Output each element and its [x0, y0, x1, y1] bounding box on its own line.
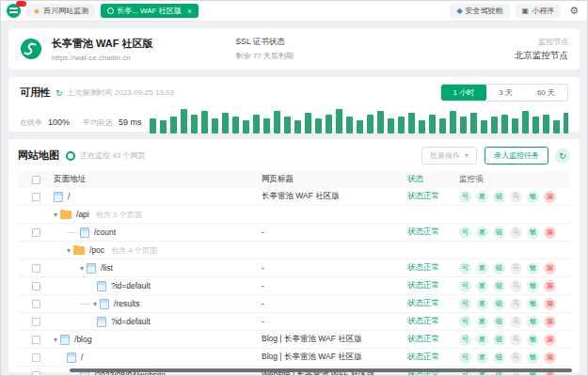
monitor-chip[interactable]: 可 — [459, 227, 471, 239]
table-row[interactable]: ▾/blogBlog | 长亭雷池 WAF 社区版状态正常可篡链马敏漏 — [18, 331, 570, 349]
monitor-chip[interactable]: 链 — [493, 262, 505, 274]
monitor-chip[interactable]: 可 — [459, 298, 471, 310]
monitor-chip[interactable]: 马 — [510, 280, 522, 292]
monitor-chip[interactable]: 马 — [510, 227, 522, 239]
page-path[interactable]: /blog — [74, 335, 91, 344]
monitor-chip[interactable]: 可 — [459, 280, 471, 292]
monitor-chip[interactable]: 可 — [459, 262, 471, 274]
last-check-time: 上次探测时间 2023-09-25 13:03 — [68, 87, 174, 98]
table-row[interactable]: ▾/poc包含 4 个页面 — [18, 242, 570, 259]
page-path[interactable]: /poc — [89, 245, 104, 255]
row-checkbox[interactable] — [32, 353, 40, 362]
horizontal-scrollbar[interactable] — [70, 368, 572, 372]
monitor-chip[interactable]: 链 — [493, 352, 505, 364]
monitor-chip[interactable]: 篡 — [476, 298, 488, 310]
site-url[interactable]: https://waf-ce.chaitin.cn — [52, 54, 153, 62]
time-range-option[interactable]: 3 天 — [486, 85, 525, 101]
table-row[interactable]: ?id=default-状态正常可篡链马敏漏 — [18, 277, 570, 295]
mini-program-button[interactable]: ▣ 小程序 — [516, 4, 562, 18]
app-logo-icon[interactable] — [7, 4, 21, 18]
monitor-chip[interactable]: 篡 — [476, 352, 488, 364]
page-path[interactable]: /count — [94, 227, 116, 237]
security-cockpit-button[interactable]: ◆ 安全驾驶舱 — [450, 4, 509, 18]
row-checkbox[interactable] — [32, 336, 40, 344]
monitor-chip[interactable]: 敏 — [527, 316, 539, 328]
monitor-chip[interactable]: 敏 — [527, 262, 539, 274]
monitor-chip[interactable]: 链 — [493, 280, 505, 292]
row-checkbox[interactable] — [32, 371, 40, 376]
tab-close-icon[interactable]: × — [187, 7, 192, 16]
row-checkbox[interactable] — [32, 193, 40, 201]
page-path[interactable]: /results — [114, 299, 139, 308]
monitor-chip[interactable]: 马 — [510, 316, 522, 328]
monitor-chip[interactable]: 敏 — [527, 334, 539, 346]
page-path[interactable]: /api — [76, 210, 89, 219]
monitor-chip[interactable]: 链 — [493, 298, 505, 310]
monitor-chip[interactable]: 链 — [493, 191, 505, 203]
tree-caret-icon[interactable]: ▾ — [80, 264, 84, 273]
monitor-chip[interactable]: 漏 — [544, 280, 556, 292]
tree-caret-icon[interactable]: ▾ — [93, 300, 97, 308]
monitor-chip[interactable]: 篡 — [476, 316, 488, 328]
tree-caret-icon[interactable]: ▾ — [54, 211, 57, 219]
monitor-chip[interactable]: 篡 — [476, 334, 488, 346]
monitor-chip[interactable]: 马 — [510, 191, 522, 203]
monitor-chip[interactable]: 马 — [510, 298, 522, 310]
monitor-chip[interactable]: 漏 — [544, 227, 556, 239]
tab-active[interactable]: 长亭... WAF 社区版 × — [101, 4, 199, 18]
row-checkbox[interactable] — [32, 282, 40, 290]
bookmark-site-monitor[interactable]: ★ 百川网站监测 — [26, 4, 95, 18]
monitor-chip[interactable]: 链 — [493, 334, 505, 346]
monitor-chip[interactable]: 可 — [459, 191, 471, 203]
monitor-chip[interactable]: 马 — [510, 334, 522, 346]
monitor-chip[interactable]: 可 — [459, 316, 471, 328]
monitor-chip[interactable]: 篡 — [476, 262, 488, 274]
monitor-chip[interactable]: 马 — [510, 262, 522, 274]
monitor-chip[interactable]: 篡 — [476, 191, 488, 203]
monitor-chip[interactable]: 漏 — [544, 334, 556, 346]
time-range-option[interactable]: 1 小时 — [441, 85, 487, 101]
row-checkbox[interactable] — [32, 300, 40, 308]
monitor-chip[interactable]: 可 — [459, 352, 471, 364]
row-checkbox[interactable] — [32, 228, 40, 237]
row-checkbox[interactable] — [32, 318, 40, 326]
monitor-chip[interactable]: 漏 — [544, 191, 556, 203]
page-path[interactable]: / — [81, 352, 83, 362]
page-path[interactable]: / — [68, 192, 70, 201]
table-row[interactable]: ?id=default-状态正常可篡链马敏漏 — [18, 313, 570, 331]
row-checkbox[interactable] — [32, 264, 40, 273]
monitor-chip[interactable]: 敏 — [527, 298, 539, 310]
bulk-action-dropdown[interactable]: 批量操作 ▾ — [421, 147, 477, 164]
refresh-icon[interactable]: ↻ — [56, 88, 63, 98]
monitor-chip[interactable]: 敏 — [527, 191, 539, 203]
tree-caret-icon[interactable]: ▾ — [54, 336, 57, 344]
table-row[interactable]: /count-状态正常可篡链马敏漏 — [18, 224, 570, 242]
table-row[interactable]: ▾/api包含 3 个页面 — [18, 206, 570, 224]
monitor-chip[interactable]: 敏 — [527, 352, 539, 364]
table-row[interactable]: ▾/results-状态正常可篡链马敏漏 — [18, 295, 570, 313]
page-path[interactable]: ?id=default — [111, 281, 151, 290]
page-path[interactable]: ?id=default — [111, 317, 151, 326]
page-path[interactable]: /list — [101, 263, 113, 273]
monitor-chip[interactable]: 篡 — [476, 280, 488, 292]
table-row[interactable]: /长亭雷池 WAF 社区版状态正常可篡链马敏漏 — [18, 188, 570, 206]
time-range-option[interactable]: 60 天 — [525, 85, 567, 101]
settings-gear-icon[interactable]: ⚙ — [566, 5, 581, 17]
monitor-chip[interactable]: 漏 — [544, 262, 556, 274]
monitor-chip[interactable]: 敏 — [527, 227, 539, 239]
monitor-chip[interactable]: 漏 — [544, 316, 556, 328]
monitor-chip[interactable]: 链 — [493, 227, 505, 239]
table-row[interactable]: /Blog | 长亭雷池 WAF 社区版状态正常可篡链马敏漏 — [18, 349, 570, 367]
monitor-chip[interactable]: 可 — [459, 334, 471, 346]
monitor-chip[interactable]: 链 — [493, 316, 505, 328]
add-monitor-task-button[interactable]: 录入监控任务 — [485, 147, 548, 164]
monitor-chip[interactable]: 敏 — [527, 280, 539, 292]
tree-caret-icon[interactable]: ▾ — [67, 246, 71, 255]
select-all-checkbox[interactable] — [32, 176, 40, 184]
table-row[interactable]: ▾/list-状态正常可篡链马敏漏 — [18, 259, 570, 277]
monitor-chip[interactable]: 马 — [510, 352, 522, 364]
refresh-table-button[interactable]: ↻ — [555, 149, 570, 164]
monitor-chip[interactable]: 漏 — [544, 352, 556, 364]
monitor-chip[interactable]: 漏 — [544, 298, 556, 310]
monitor-chip[interactable]: 篡 — [476, 227, 488, 239]
